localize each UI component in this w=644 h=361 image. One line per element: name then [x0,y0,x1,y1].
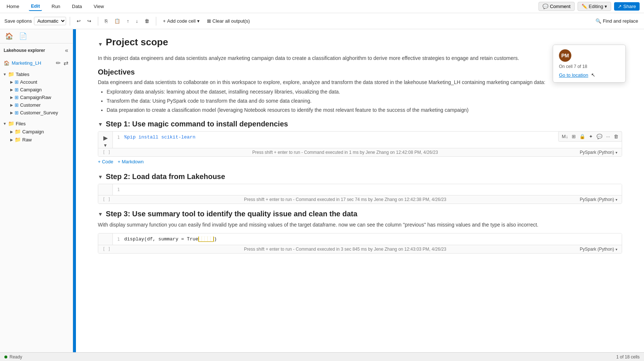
sidebar-collapse-button[interactable]: « [64,46,69,54]
move-up-button[interactable]: ↑ [124,17,132,25]
sidebar-item-campaignraw[interactable]: ▶ ⊞ CampaignRaw [0,94,73,101]
step3-title: Step 3: Use summary tool to identify the… [106,210,357,218]
campaign-label: Campaign [20,87,42,92]
step3-cell-run-area: 1 display(df, summary = True█████) [98,233,622,245]
customer-survey-chevron-icon: ▶ [10,111,13,115]
project-scope-title: Project scope [106,37,168,48]
lakehouse-edit-button[interactable]: ✏ [55,59,61,67]
step1-run-button[interactable]: ▶ [103,134,108,141]
home-icon-button[interactable]: 🏠 [4,31,15,41]
menu-right-actions: 💬 Comment ✏️ Editing ▾ ↗ Share [538,2,640,11]
cells-info-label: 1 of 18 cells [616,354,640,360]
sidebar-item-account[interactable]: ▶ ⊞ Account [0,78,73,86]
menu-home[interactable]: Home [4,2,22,11]
add-code-cell-button[interactable]: + Add code cell ▾ [160,17,203,25]
tables-label: Tables [16,72,30,77]
customer-chevron-icon: ▶ [10,103,13,107]
user-tooltip-popup: PM On cell 7 of 18 Go to location ↖ [553,45,626,83]
customer-label: Customer [20,102,41,108]
step2-cell-footer: [ ] Press shift + enter to run - Command… [98,195,622,204]
step1-expand-button[interactable]: ▼ [103,143,108,148]
objective-item-2: Transform the data: Using PySpark code t… [107,97,622,105]
project-scope-desc: In this project data engineers and data … [98,54,622,62]
customer-survey-table-icon: ⊞ [15,110,19,115]
lakehouse-item[interactable]: 🏠 Marketing_LH ✏ ⇄ [0,57,73,69]
find-replace-button[interactable]: 🔍 Find and replace [593,17,641,25]
cell-add-button[interactable]: ⊞ [571,133,577,140]
tables-header[interactable]: ▼ 📁 Tables [0,70,73,78]
step2-lang-label: PySpark (Python) [580,197,614,202]
delete-cell-button[interactable]: 🗑 [142,17,152,25]
toolbar-separator-1 [70,17,70,26]
step3-desc: With display summary function you can ea… [98,221,622,229]
lakehouse-name: Marketing_LH [12,60,41,66]
step2-cell-status: Press shift + enter to run - Command exe… [244,197,446,202]
move-down-button[interactable]: ↓ [133,17,141,25]
cell-markdown-button[interactable]: M↓ [561,133,569,140]
cell-lock-button[interactable]: 🔒 [578,133,586,140]
redo-button[interactable]: ↪ [84,17,94,25]
step3-cell-body[interactable]: 1 display(df, summary = True█████) [113,233,622,245]
step1-cell: ▶ ▼ 1 %pip install scikit-learn [ ] Pre [98,131,622,157]
customer-survey-label: Customer_Survey [20,110,58,115]
menu-run[interactable]: Run [49,2,62,11]
menu-view[interactable]: View [92,2,106,11]
campaignraw-chevron-icon: ▶ [10,95,13,99]
step2-code-line: 1 [117,187,617,192]
step1-collapse-button[interactable]: ▼ [98,121,103,127]
sidebar-item-customer[interactable]: ▶ ⊞ Customer [0,101,73,109]
search-icon: 🔍 [595,18,601,24]
files-header[interactable]: ▼ 📁 Files [0,119,73,128]
lakehouse-refresh-button[interactable]: ⇄ [63,59,69,67]
share-button[interactable]: ↗ Share [614,2,640,11]
cell-ai-button[interactable]: ✦ [588,133,594,140]
step3-cell-footer: [ ] Press shift + enter to run - Command… [98,245,622,253]
comment-button[interactable]: 💬 Comment [538,2,574,11]
objectives-title: Objectives [98,68,622,76]
sidebar-item-files-campaign[interactable]: ▶ 📁 Campaign [0,128,73,136]
step3-collapse-button[interactable]: ▼ [98,211,103,217]
project-scope-collapse-button[interactable]: ▼ [98,41,103,47]
campaignraw-table-icon: ⊞ [15,95,19,100]
history-actions: ↩ ↪ [74,17,94,25]
cell-more-button[interactable]: ··· [605,133,611,140]
cell-comment-button[interactable]: 💬 [595,133,603,140]
step1-cell-lang[interactable]: PySpark (Python) ▾ [580,150,617,155]
step1-cell-wrapper: M↓ ⊞ 🔒 ✦ 💬 ··· 🗑 ▶ ▼ [98,131,622,167]
step1-add-markdown-button[interactable]: + Markdown [118,159,143,164]
sidebar-item-customer-survey[interactable]: ▶ ⊞ Customer_Survey [0,109,73,117]
step3-cell-lang[interactable]: PySpark (Python) ▾ [580,247,617,252]
copy-cell-button[interactable]: ⎘ [102,17,111,25]
menu-edit[interactable]: Edit [29,2,42,11]
step2-cell-bracket: [ ] [103,197,111,202]
files-raw-folder-icon: 📁 [15,137,21,142]
paste-cell-button[interactable]: 📋 [111,17,123,25]
cell-delete-button[interactable]: 🗑 [613,133,620,140]
file-icon-button[interactable]: 📄 [18,31,28,41]
step2-collapse-button[interactable]: ▼ [98,174,103,180]
step2-cell-lang[interactable]: PySpark (Python) ▾ [580,197,617,202]
step1-cell-body[interactable]: 1 %pip install scikit-learn [113,132,622,148]
step2-cell-body[interactable]: 1 [113,184,622,195]
step1-cell-footer: [ ] Press shift + enter to run - Command… [98,148,622,156]
undo-button[interactable]: ↩ [74,17,84,25]
cursor-icon: ↖ [591,72,595,78]
menu-data[interactable]: Data [70,2,84,11]
sidebar-item-campaign[interactable]: ▶ ⊞ Campaign [0,86,73,94]
status-left: Ready [4,354,22,360]
share-icon: ↗ [618,4,622,9]
sidebar-item-files-raw[interactable]: ▶ 📁 Raw [0,136,73,144]
plus-icon: + [163,18,166,24]
go-to-location-link[interactable]: Go to location ↖ [559,72,620,78]
add-code-cell-label: Add code cell [167,18,196,24]
files-folder-icon: 📁 [8,121,14,126]
step3-code-highlight: █████ [198,236,214,242]
save-mode-select[interactable]: Automatic [34,17,66,25]
editing-button[interactable]: ✏️ Editing ▾ [578,2,612,11]
lakehouse-explorer-label: Lakehouse explorer [4,48,45,53]
step1-title: Step 1: Use magic command to install dep… [106,120,288,128]
step1-add-code-button[interactable]: + Code [98,159,113,164]
step3-cell-bracket: [ ] [103,247,111,252]
step1-cell-run-area: ▶ ▼ 1 %pip install scikit-learn [98,132,622,148]
clear-outputs-button[interactable]: ⊠ Clear all output(s) [204,17,253,25]
